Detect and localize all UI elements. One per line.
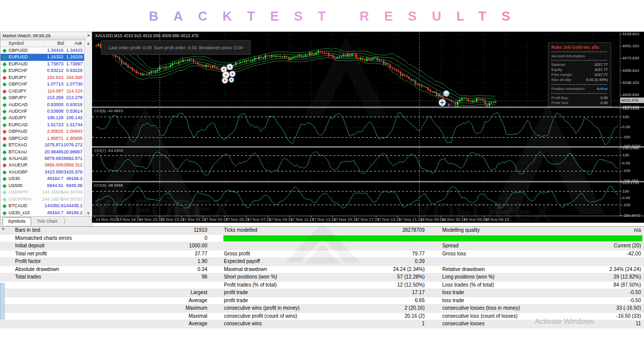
- ea-field-label: Balanse:: [551, 62, 566, 67]
- cci-tick: 0.00: [622, 196, 630, 200]
- ask-value: 1.16328: [66, 54, 83, 60]
- market-row-US30[interactable]: US3049164.749166.2: [1, 175, 84, 182]
- ask-value: 1076.272: [63, 142, 83, 148]
- market-row-EURCHF[interactable]: EURCHF0.932120.93229: [1, 67, 84, 74]
- price-tick: 4091.320: [622, 44, 639, 48]
- symbol-down-icon: [3, 89, 7, 93]
- tab-tick-chart[interactable]: Tick Chart: [37, 219, 57, 224]
- market-row-USDNPRm[interactable]: USDNPRm144.10576144.50781: [1, 196, 84, 203]
- market-watch-panel: Market Watch: 08:56:29 ✕ Symbol Bid Ask …: [0, 32, 92, 226]
- market-row-EURAUD[interactable]: EURAUD1.738731.73897: [1, 61, 84, 67]
- scroll-down-icon[interactable]: ▼: [85, 211, 92, 216]
- cci-tick: 0.00: [622, 161, 630, 165]
- symbol-name: EURCHF: [9, 67, 28, 74]
- bid-value: 20.98485: [44, 149, 63, 155]
- time-tick: 17 Nov 07:15: [247, 217, 271, 222]
- scroll-up-icon[interactable]: ▲: [85, 41, 92, 46]
- market-row-CADJPY[interactable]: CADJPY114.097114.124: [1, 88, 84, 95]
- market-row-GBPCAD[interactable]: GBPCAD1.868711.86905: [1, 135, 84, 142]
- report-label: Initial deposit: [15, 242, 131, 250]
- market-row-XAUGBP[interactable]: XAUGBP3423.5803425.876: [1, 169, 84, 175]
- market-row-XAUEUR[interactable]: XAUEUR3956.0083958.312: [1, 162, 84, 168]
- ea-position-row: Profit Buy:0.00: [551, 96, 608, 101]
- report-row: Maximumconsecutive wins (profit in money…: [0, 305, 644, 313]
- report-value: 0: [117, 235, 207, 242]
- bid-value: 49164.7: [47, 175, 63, 182]
- market-row-GBPAUD[interactable]: GBPAUD2.009252.00943: [1, 128, 84, 135]
- report-value: 1000.00: [117, 242, 207, 250]
- report-label: profit trade: [224, 289, 347, 297]
- report-value: 96: [117, 274, 207, 281]
- market-row-US500[interactable]: US5006944.616945.06: [1, 183, 84, 189]
- market-row-XAUAUD[interactable]: XAUAUD6879.6936882.871: [1, 155, 84, 162]
- ask-value: 144435.1: [63, 203, 83, 209]
- symbol-name: BTCXAU: [9, 149, 27, 155]
- report-label: consecutive losses (loss in money): [442, 305, 563, 312]
- symbol-up-icon: [3, 82, 7, 86]
- ask-value: 49166.2: [66, 210, 83, 216]
- activate-windows-text: Activate Windows: [535, 317, 594, 325]
- ask-value: 0.93229: [66, 67, 83, 74]
- tab-symbols[interactable]: Symbols: [3, 217, 31, 225]
- market-row-AUDCAD[interactable]: AUDCAD0.930000.93016: [1, 102, 84, 108]
- report-value: 0.34: [117, 266, 207, 274]
- time-tick: 17 Nov 19:15: [377, 217, 401, 222]
- market-row-BTCAUD[interactable]: BTCAUD144392.9144435.1: [1, 203, 84, 209]
- time-tick: 17 Nov 15:15: [334, 217, 358, 222]
- symbol-name: GBPUSD: [9, 47, 28, 54]
- symbol-up-icon: [3, 184, 7, 188]
- report-label: Long positions (won %): [442, 274, 563, 281]
- ask-value: 6882.871: [63, 155, 83, 162]
- time-tick: 17 Nov 05:15: [225, 217, 250, 222]
- report-scrollbar[interactable]: [0, 283, 5, 319]
- symbol-up-icon: [3, 170, 7, 174]
- ea-field-value: 1037.77: [594, 72, 608, 77]
- report-row: Total trades96Short positions (won %)57 …: [0, 274, 644, 282]
- bid-value: 144.10576: [42, 196, 63, 203]
- market-row-GBPCHF[interactable]: GBPCHF1.077131.07730: [1, 81, 84, 87]
- market-row-EURCAD[interactable]: EURCAD1.617231.61744: [1, 122, 84, 128]
- report-value: 6.65: [334, 297, 425, 305]
- tab-divider: |: [64, 219, 65, 224]
- report-value: 33 (-16.50): [550, 305, 641, 312]
- market-row-EURUSD[interactable]: EURUSD1.163221.16328: [1, 54, 84, 60]
- market-watch-title: Market Watch: 08:56:29: [1, 32, 86, 40]
- market-row-BTCXAU[interactable]: BTCXAU20.9848520.98907: [1, 149, 84, 155]
- market-row-EURJPY[interactable]: EURJPY184.543184.560: [1, 74, 84, 81]
- ask-value: 2.00943: [66, 128, 83, 135]
- report-value: 39 (12.82%): [550, 274, 641, 281]
- ea-field-label: Profit Sell:: [551, 101, 569, 106]
- ea-field-value: 1037.77: [594, 62, 608, 67]
- report-value: 37.77: [117, 250, 207, 258]
- market-row-AUDCHF[interactable]: AUDCHF0.536080.53614: [1, 108, 84, 115]
- column-symbol[interactable]: Symbol: [9, 40, 24, 47]
- ea-info-box: Last order profit: 0.00 Sum proft order:…: [101, 40, 251, 55]
- symbol-down-icon: [3, 136, 7, 140]
- column-bid[interactable]: Bid: [57, 40, 64, 47]
- ea-field-label: Profit Buy:: [551, 96, 569, 101]
- report-close-icon[interactable]: ✕: [2, 227, 5, 231]
- ea-account-fields: Balanse:1037.77Equity:1037.77Free margin…: [551, 62, 608, 82]
- report-value: 1.90: [117, 258, 207, 265]
- symbol-name: GBPCAD: [9, 135, 28, 142]
- cci-tick: 183.3333: [622, 106, 639, 111]
- bid-value: 1.07713: [47, 81, 63, 87]
- bid-value: 1.86871: [47, 135, 63, 142]
- close-icon[interactable]: ✕: [85, 33, 92, 39]
- symbol-up-icon: [3, 49, 7, 53]
- column-ask[interactable]: Ask: [74, 40, 82, 47]
- market-watch-scrollbar[interactable]: ▲ ▼: [84, 40, 93, 217]
- ea-account-row: Balanse:1037.77: [551, 62, 608, 67]
- market-row-AUDJPY[interactable]: AUDJPY106.129106.142: [1, 115, 84, 121]
- market-row-GBPJPY[interactable]: GBPJPY213.259213.278: [1, 95, 84, 101]
- symbol-up-icon: [3, 150, 7, 154]
- report-label: Profit trades (% of total): [224, 282, 347, 289]
- report-label: Spread: [442, 242, 563, 250]
- market-row-USDNPR[interactable]: USDNPR144.16606144.44749: [1, 189, 84, 196]
- report-value: Current (20): [550, 242, 641, 250]
- market-row-US30_x10[interactable]: US30_x1049164.749166.2: [1, 210, 84, 216]
- report-value: 12 (12.50%): [334, 282, 425, 289]
- market-row-BTCXAG[interactable]: BTCXAG1075.8711076.272: [1, 142, 84, 148]
- market-row-GBPUSD[interactable]: GBPUSD1.344161.34423: [1, 47, 84, 54]
- time-tick: 17 Nov 03:15: [204, 217, 228, 222]
